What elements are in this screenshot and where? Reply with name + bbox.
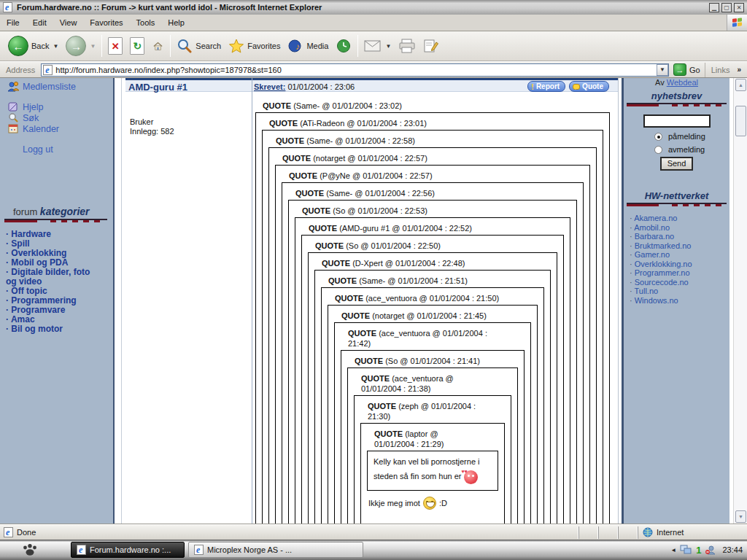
network-link[interactable]: · Windows.no [630,296,729,306]
quote-label: QUOTE (notarget @ 01/01/2004 : 21:45) [341,311,531,321]
newsletter-email-input[interactable] [643,114,711,128]
sidebar-item-hjelp[interactable]: Hjelp [0,101,113,112]
radio-avmelding[interactable] [654,146,662,154]
right-sidebar: Av Webdeal nyhetsbrev påmelding avmeldin… [622,78,729,524]
radio-avmelding-row[interactable]: avmelding [654,145,729,154]
radio-paamelding[interactable] [654,133,662,141]
menu-view[interactable]: View [53,18,84,27]
tray-one-icon[interactable]: 1 [696,545,701,556]
refresh-icon: ↻ [130,37,144,55]
scrollbar-thumb[interactable] [735,106,746,136]
back-dropdown-icon[interactable]: ▼ [53,43,58,50]
radio-paamelding-row[interactable]: påmelding [654,132,729,141]
taskbar-task-inactive[interactable]: Microplex Norge AS - ... [188,542,363,558]
quote-label: QUOTE (So @ 01/01/2004 : 22:50) [315,241,557,251]
ie-icon [77,545,86,555]
quote-button[interactable]: Quote [569,81,609,92]
decorative-rule [627,103,727,107]
links-chevron-icon: » [737,66,741,74]
network-link[interactable]: · Sourcecode.no [630,278,729,287]
quote-box: QUOTE (D-Xpert @ 01/01/2004 : 22:48)QUOT… [308,252,557,524]
zone-text: Internet [657,528,684,537]
menu-help[interactable]: Help [161,18,191,27]
sidebar-item-loggut[interactable]: Logg ut [0,144,113,155]
menu-edit[interactable]: Edit [26,18,53,27]
category-list: · Hardware· Spill· Overklokking· Mobil o… [0,230,113,334]
quote-box: QUOTE (Same- @ 01/01/2004 : 22:58)QUOTE … [262,130,603,524]
menu-tools[interactable]: Tools [130,18,162,27]
home-button[interactable] [148,34,168,58]
scroll-down-icon[interactable]: ▼ [735,510,746,523]
quoted-message: Kelly kan vel bli pornostjerne i steden … [374,454,492,484]
quote-box: QUOTE (notarget @ 01/01/2004 : 22:57)QUO… [268,147,597,524]
back-button[interactable]: ← Back ▼ [4,34,62,58]
toolbar-separator [357,35,358,57]
sidebar-item-medlemsliste[interactable]: Medlemsliste [0,81,113,92]
network-tray-icon[interactable] [680,545,692,555]
send-button[interactable]: Send [660,157,694,171]
taskbar-clock: 23:44 [722,545,743,554]
address-input[interactable]: http://forum.hardware.no/index.php?showt… [41,63,669,77]
scroll-up-icon[interactable]: ▲ [735,79,746,91]
network-link[interactable]: · Gamer.no [630,250,729,260]
address-bar: Address http://forum.hardware.no/index.p… [0,62,747,78]
media-button[interactable]: ♪ Media [284,34,332,58]
minimize-button[interactable]: ▁ [709,3,719,12]
post-author[interactable]: AMD-guru #1 [128,82,187,93]
sidebar-item-sok[interactable]: Søk [0,112,113,123]
print-button[interactable] [395,34,419,58]
tray-collapse-icon[interactable]: ◄ [670,547,676,553]
category-link[interactable]: · Digitale bilder, foto og video [6,268,113,287]
webdeal-link[interactable]: Webdeal [667,78,698,87]
toolbar-separator [101,35,102,57]
mail-button[interactable]: ▼ [360,34,395,58]
ie-icon [194,545,204,555]
menu-bar: File Edit View Favorites Tools Help [0,15,747,31]
sidebar-item-kalender[interactable]: Kalender [0,123,113,134]
network-link[interactable]: · Bruktmarked.no [630,241,729,251]
taskbar-task-active[interactable]: Forum.hardware.no :... [71,542,185,558]
close-button[interactable]: ✕ [734,3,744,12]
category-link[interactable]: · Bil og motor [6,324,113,334]
quote-box: QUOTE (AMD-guru #1 @ 01/01/2004 : 22:52)… [295,217,570,524]
start-paw-icon[interactable] [22,542,38,557]
title-bar: Forum.hardware.no :: Forum -> kurt vant … [0,0,747,15]
menu-file[interactable]: File [0,18,26,27]
network-link[interactable]: · Akamera.no [630,214,729,223]
written-link[interactable]: Skrevet: [254,82,285,91]
menu-favorites[interactable]: Favorites [83,18,129,27]
window-title: Forum.hardware.no :: Forum -> kurt vant … [17,3,707,12]
calendar-icon [7,123,20,134]
report-icon: ! [531,82,534,91]
report-button[interactable]: !Report [527,81,565,92]
forward-button[interactable]: → ▼ [62,34,99,58]
go-button[interactable]: → Go [673,63,700,76]
quote-box: QUOTE (Same- @ 01/01/2004 : 21:51)QUOTE … [314,270,551,524]
history-button[interactable] [332,34,355,58]
quote-label: QUOTE (ATi-Radeon @ 01/01/2004 : 23:01) [269,118,603,128]
search-small-icon [7,112,20,123]
refresh-button[interactable]: ↻ [126,34,148,58]
vertical-scrollbar[interactable]: ▲ ▼ [733,78,747,524]
messenger-tray-icon[interactable] [705,545,716,555]
print-icon [398,39,416,53]
mail-dropdown-icon[interactable]: ▼ [385,43,391,50]
quote-box: QUOTE (zeph @ 01/01/2004 :21:30)QUOTE (l… [354,395,511,524]
edit-button[interactable] [419,34,443,58]
network-link[interactable]: · Overklokking.no [630,260,729,269]
address-dropdown[interactable]: ▼ [657,64,668,76]
network-link[interactable]: · Programmer.no [630,268,729,278]
network-header: HW-nettverket [624,190,729,201]
links-menu[interactable]: Links » [705,63,747,77]
maximize-button[interactable]: ▢ [721,3,732,12]
search-button[interactable]: Search [173,34,225,58]
favorites-button[interactable]: Favorites [225,34,284,58]
stop-button[interactable]: ✕ [104,34,126,58]
network-link[interactable]: · Tull.no [630,287,729,296]
ad-credit: Av Webdeal [624,78,729,87]
browser-viewport: Medlemsliste Hjelp Søk [0,78,747,524]
quote-label: QUOTE (So @ 01/01/2004 : 21:41) [355,356,518,366]
network-link[interactable]: · Barbara.no [630,232,729,241]
help-icon [7,101,20,112]
network-link[interactable]: · Amobil.no [630,223,729,233]
